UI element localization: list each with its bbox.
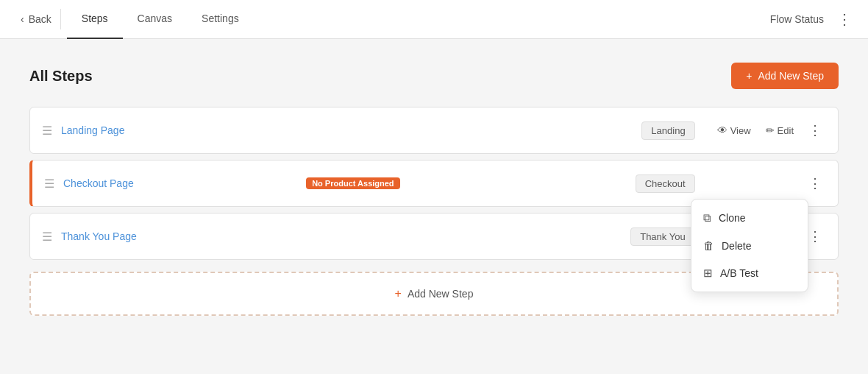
header-more-button[interactable]: ⋮ — [833, 7, 856, 31]
tab-steps[interactable]: Steps — [67, 0, 123, 39]
drag-handle-thankyou[interactable]: ☰ — [42, 230, 52, 244]
step-type-checkout: Checkout — [636, 174, 695, 193]
header-right: Flow Status ⋮ — [770, 7, 856, 31]
view-button-landing[interactable]: 👁 View — [713, 121, 755, 139]
header-more-icon: ⋮ — [837, 11, 852, 27]
step-row-checkout: ☰ Checkout Page No Product Assigned Chec… — [29, 160, 839, 207]
eye-icon: 👁 — [717, 124, 728, 136]
main-content: All Steps + Add New Step ☰ Landing Page … — [0, 39, 868, 374]
drag-handle-checkout[interactable]: ☰ — [44, 177, 54, 191]
plus-icon: + — [746, 70, 752, 82]
clone-icon: ⧉ — [703, 211, 711, 225]
clone-label: Clone — [719, 212, 746, 224]
edit-label: Edit — [778, 125, 794, 136]
dropdown-item-delete[interactable]: 🗑 Delete — [691, 232, 808, 259]
tab-canvas[interactable]: Canvas — [123, 0, 187, 39]
warning-badge-checkout: No Product Assigned — [306, 177, 399, 189]
add-step-footer-label: Add New Step — [408, 288, 474, 300]
drag-handle-landing[interactable]: ☰ — [42, 124, 52, 138]
add-new-step-button[interactable]: + Add New Step — [731, 63, 839, 89]
nav-tabs: Steps Canvas Settings — [67, 0, 770, 39]
flow-status-label: Flow Status — [770, 13, 824, 25]
step-name-thankyou[interactable]: Thank You Page — [61, 230, 630, 242]
abtest-label: A/B Test — [720, 267, 758, 279]
footer-plus-icon: + — [395, 287, 402, 300]
step-type-landing: Landing — [641, 121, 694, 140]
pencil-icon: ✏ — [766, 124, 775, 136]
delete-icon: 🗑 — [703, 239, 714, 252]
header: ‹ Back Steps Canvas Settings Flow Status… — [0, 0, 868, 39]
step-type-thankyou: Thank You — [630, 227, 694, 246]
dropdown-item-abtest[interactable]: ⊞ A/B Test — [691, 259, 808, 287]
more-button-checkout[interactable]: ⋮ — [804, 172, 826, 194]
step-actions-landing: 👁 View ✏ Edit ⋮ — [713, 119, 826, 141]
step-actions-checkout: 👁 View ✏ Edit ⋮ — [713, 172, 826, 194]
step-name-landing[interactable]: Landing Page — [61, 124, 641, 136]
step-row-landing: ☰ Landing Page Landing 👁 View ✏ Edit ⋮ — [29, 107, 839, 154]
back-label: Back — [29, 13, 51, 25]
add-btn-label: Add New Step — [758, 70, 825, 82]
view-label: View — [730, 125, 751, 136]
back-arrow-icon: ‹ — [21, 13, 24, 25]
dropdown-item-clone[interactable]: ⧉ Clone — [691, 204, 808, 232]
abtest-icon: ⊞ — [703, 267, 713, 280]
step-name-checkout[interactable]: Checkout Page — [63, 177, 299, 189]
back-button[interactable]: ‹ Back — [12, 9, 61, 29]
tab-settings[interactable]: Settings — [187, 0, 254, 39]
section-header: All Steps + Add New Step — [29, 63, 839, 89]
dropdown-menu: ⧉ Clone 🗑 Delete ⊞ A/B Test — [691, 199, 808, 292]
delete-label: Delete — [722, 240, 751, 252]
section-title: All Steps — [29, 68, 93, 85]
edit-button-landing[interactable]: ✏ Edit — [761, 121, 798, 139]
steps-list: ☰ Landing Page Landing 👁 View ✏ Edit ⋮ ☰… — [29, 107, 839, 266]
more-button-landing[interactable]: ⋮ — [804, 119, 826, 141]
